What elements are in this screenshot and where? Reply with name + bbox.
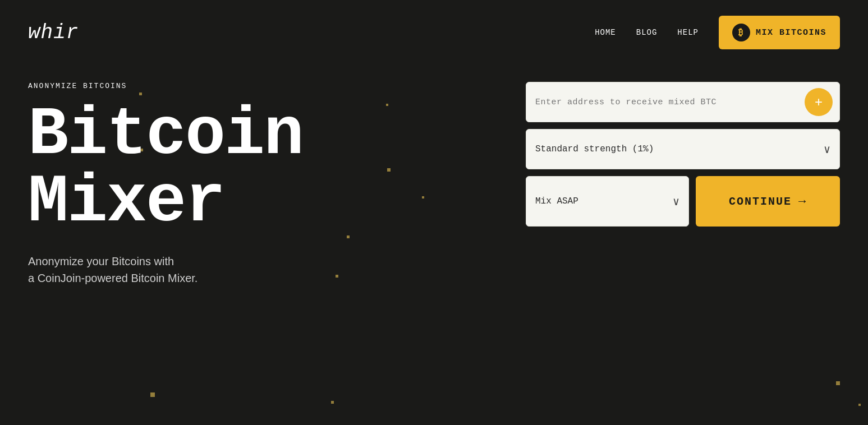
timing-chevron-icon: ∨	[673, 195, 679, 209]
nav-links: HOME BLOG HELP ₿ MIX BITCOINS	[595, 16, 840, 49]
add-address-button[interactable]: +	[805, 88, 833, 116]
continue-button[interactable]: CONTINUE →	[696, 176, 840, 227]
mix-bitcoins-button[interactable]: ₿ MIX BITCOINS	[719, 16, 840, 49]
bitcoin-icon: ₿	[732, 24, 750, 41]
navbar: whir HOME BLOG HELP ₿ MIX BITCOINS	[0, 0, 868, 65]
mixer-form: + Standard strength (1%) ∨ Mix ASAP ∨ CO…	[526, 76, 840, 227]
strength-chevron-icon: ∨	[824, 142, 830, 156]
nav-blog[interactable]: BLOG	[636, 28, 658, 37]
bottom-row: Mix ASAP ∨ CONTINUE →	[526, 176, 840, 227]
hero-title-line1: Bitcoin	[28, 97, 303, 173]
hero-left: ANONYMIZE BITCOINS Bitcoin Mixer Anonymi…	[28, 76, 526, 287]
address-input[interactable]	[535, 98, 805, 107]
strength-selector[interactable]: Standard strength (1%) ∨	[526, 129, 840, 169]
hero-desc-line2: a CoinJoin-powered Bitcoin Mixer.	[28, 272, 198, 284]
logo: whir	[28, 21, 79, 44]
hero-subtitle: ANONYMIZE BITCOINS	[28, 82, 526, 90]
strength-label: Standard strength (1%)	[535, 144, 654, 154]
nav-home[interactable]: HOME	[595, 28, 616, 37]
hero-title-line2: Mixer	[28, 164, 224, 241]
timing-label: Mix ASAP	[535, 196, 578, 206]
hero-desc-line1: Anonymize your Bitcoins with	[28, 255, 174, 267]
mix-bitcoins-label: MIX BITCOINS	[756, 28, 826, 38]
timing-selector[interactable]: Mix ASAP ∨	[526, 176, 689, 227]
continue-label: CONTINUE	[729, 195, 792, 208]
hero-section: ANONYMIZE BITCOINS Bitcoin Mixer Anonymi…	[0, 65, 868, 287]
hero-description: Anonymize your Bitcoins with a CoinJoin-…	[28, 253, 286, 287]
nav-help[interactable]: HELP	[677, 28, 699, 37]
hero-title: Bitcoin Mixer	[28, 101, 526, 236]
continue-arrow-icon: →	[798, 195, 807, 209]
address-input-row: +	[526, 82, 840, 122]
